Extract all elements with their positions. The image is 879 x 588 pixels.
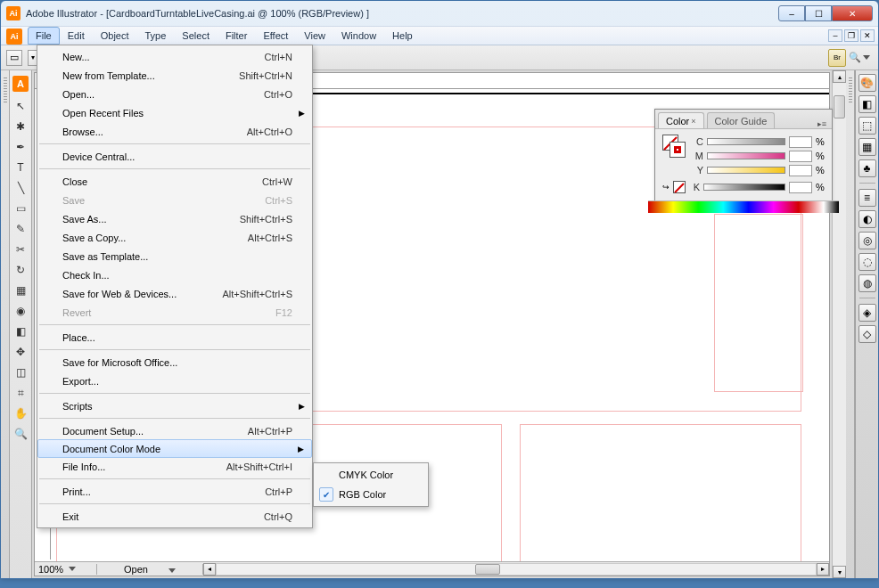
menu-window[interactable]: Window xyxy=(333,27,384,45)
menu-help[interactable]: Help xyxy=(384,27,421,45)
none-color-icon[interactable] xyxy=(673,181,686,193)
menu-item-document-color-mode[interactable]: Document Color Mode▶ xyxy=(37,439,312,458)
menu-item-document-setup[interactable]: Document Setup...Alt+Ctrl+P xyxy=(37,421,312,440)
zoom-field[interactable]: 100% xyxy=(35,564,97,575)
menu-effect[interactable]: Effect xyxy=(255,27,296,45)
scroll-up-button[interactable]: ▴ xyxy=(833,70,846,83)
k-value-field[interactable] xyxy=(789,182,812,193)
tool-7[interactable]: ✂ xyxy=(10,240,31,259)
menu-file[interactable]: File xyxy=(28,27,60,45)
y-value-field[interactable] xyxy=(789,165,812,176)
menu-item-file-info[interactable]: File Info...Alt+Shift+Ctrl+I xyxy=(37,457,312,476)
mdi-restore-button[interactable]: ❐ xyxy=(844,29,858,42)
tool-13[interactable]: ◫ xyxy=(10,363,31,382)
maximize-button[interactable]: ☐ xyxy=(805,5,832,21)
menu-item-print[interactable]: Print...Ctrl+P xyxy=(37,482,312,501)
menu-filter[interactable]: Filter xyxy=(218,27,255,45)
minimize-button[interactable]: – xyxy=(778,5,805,21)
close-icon[interactable]: × xyxy=(691,117,695,126)
tool-12[interactable]: ✥ xyxy=(10,342,31,362)
status-tool-display[interactable]: Open xyxy=(97,564,203,575)
dock-icon[interactable]: ⬚ xyxy=(858,117,876,135)
menu-view[interactable]: View xyxy=(296,27,333,45)
menu-item-new[interactable]: New...Ctrl+N xyxy=(37,47,312,66)
toolbox-collapse-strip[interactable] xyxy=(1,70,10,578)
tool-8[interactable]: ↻ xyxy=(10,260,31,280)
tool-9[interactable]: ▦ xyxy=(10,281,31,300)
dock-icon[interactable]: ▦ xyxy=(858,138,876,156)
tool-5[interactable]: ▭ xyxy=(10,199,31,218)
scroll-track[interactable] xyxy=(216,563,817,576)
menu-item-save-for-microsoft-office[interactable]: Save for Microsoft Office... xyxy=(37,353,312,372)
menu-item-open-recent-files[interactable]: Open Recent Files▶ xyxy=(37,103,312,122)
noselection-icon[interactable]: ▭ xyxy=(6,50,22,66)
tool-4[interactable]: ╲ xyxy=(10,178,31,198)
tab-color-guide[interactable]: Color Guide xyxy=(707,112,776,128)
dock-icon[interactable]: ◎ xyxy=(858,232,876,249)
dock-icon[interactable]: ◇ xyxy=(858,325,876,343)
tool-15[interactable]: ✋ xyxy=(10,404,31,423)
dock-icon[interactable]: ≡ xyxy=(858,189,876,207)
c-value-field[interactable] xyxy=(789,136,812,148)
submenu-item-cmyk-color[interactable]: CMYK Color xyxy=(314,465,428,485)
dock-collapse-strip[interactable] xyxy=(846,70,855,578)
dock-icon[interactable]: ◌ xyxy=(858,253,876,271)
menu-item-close[interactable]: CloseCtrl+W xyxy=(37,172,312,191)
menu-item-open[interactable]: Open...Ctrl+O xyxy=(37,85,312,103)
panel-menu-button[interactable]: ▸≡ xyxy=(812,119,832,128)
tab-color[interactable]: Color× xyxy=(658,112,704,128)
dock-icon[interactable]: ◧ xyxy=(858,95,876,113)
dock-icon[interactable]: 🎨 xyxy=(858,74,876,92)
menu-object[interactable]: Object xyxy=(93,27,137,45)
tool-3[interactable]: T xyxy=(10,158,31,177)
m-value-field[interactable] xyxy=(789,151,812,162)
tool-16[interactable]: 🔍 xyxy=(10,424,31,444)
scroll-track-vertical[interactable] xyxy=(833,83,846,566)
y-slider[interactable] xyxy=(707,167,785,174)
menu-item-check-in[interactable]: Check In... xyxy=(37,265,312,284)
tool-0[interactable]: ↖ xyxy=(10,96,31,116)
scroll-thumb[interactable] xyxy=(475,564,500,575)
menu-item-save-for-web-devices[interactable]: Save for Web & Devices...Alt+Shift+Ctrl+… xyxy=(37,284,312,303)
color-panel[interactable]: Color× Color Guide ▸≡ C%M%Y% ↪ K % xyxy=(654,109,833,210)
scroll-left-button[interactable]: ◂ xyxy=(203,563,216,576)
dock-icon[interactable]: ◍ xyxy=(858,274,876,292)
c-slider[interactable] xyxy=(707,138,785,145)
dock-icon[interactable]: ◈ xyxy=(858,304,876,322)
tool-11[interactable]: ◧ xyxy=(10,322,31,341)
tool-6[interactable]: ✎ xyxy=(10,219,31,239)
go-bridge-button[interactable]: Br xyxy=(828,49,846,67)
fill-stroke-swatch[interactable] xyxy=(662,135,686,158)
submenu-item-rgb-color[interactable]: ✔RGB Color xyxy=(314,485,428,504)
menu-select[interactable]: Select xyxy=(174,27,218,45)
tool-14[interactable]: ⌗ xyxy=(10,383,31,403)
app-menu-icon[interactable]: Ai xyxy=(6,29,22,45)
menu-item-exit[interactable]: ExitCtrl+Q xyxy=(37,507,312,526)
mdi-minimize-button[interactable]: – xyxy=(828,29,842,42)
horizontal-scrollbar[interactable]: ◂ ▸ xyxy=(203,563,829,576)
menu-item-browse[interactable]: Browse...Alt+Ctrl+O xyxy=(37,122,312,141)
menu-item-save-as[interactable]: Save As...Shift+Ctrl+S xyxy=(37,209,312,228)
titlebar[interactable]: Ai Adobe Illustrator - [CardboardTurntab… xyxy=(1,1,878,26)
menu-item-place[interactable]: Place... xyxy=(37,328,312,347)
dock-icon[interactable]: ♣ xyxy=(858,159,876,177)
tool-10[interactable]: ◉ xyxy=(10,301,31,321)
vertical-scrollbar[interactable]: ▴ ▾ xyxy=(832,70,846,578)
k-slider[interactable] xyxy=(703,184,785,191)
dock-icon[interactable]: ◐ xyxy=(858,210,876,228)
scroll-down-button[interactable]: ▾ xyxy=(833,566,846,578)
menu-item-device-central[interactable]: Device Central... xyxy=(37,147,312,166)
close-button[interactable]: ✕ xyxy=(832,5,873,21)
last-color-arrow-icon[interactable]: ↪ xyxy=(662,183,670,192)
stroke-swatch[interactable] xyxy=(670,142,686,158)
menu-item-new-from-template[interactable]: New from Template...Shift+Ctrl+N xyxy=(37,66,312,85)
color-spectrum[interactable] xyxy=(648,200,839,213)
tool-1[interactable]: ✱ xyxy=(10,117,31,136)
menu-type[interactable]: Type xyxy=(137,27,175,45)
m-slider[interactable] xyxy=(707,152,785,159)
menu-item-scripts[interactable]: Scripts▶ xyxy=(37,396,312,415)
menu-item-save-a-copy[interactable]: Save a Copy...Alt+Ctrl+S xyxy=(37,228,312,247)
menu-item-save-as-template[interactable]: Save as Template... xyxy=(37,247,312,265)
menu-edit[interactable]: Edit xyxy=(60,27,93,45)
scroll-right-button[interactable]: ▸ xyxy=(817,563,829,576)
